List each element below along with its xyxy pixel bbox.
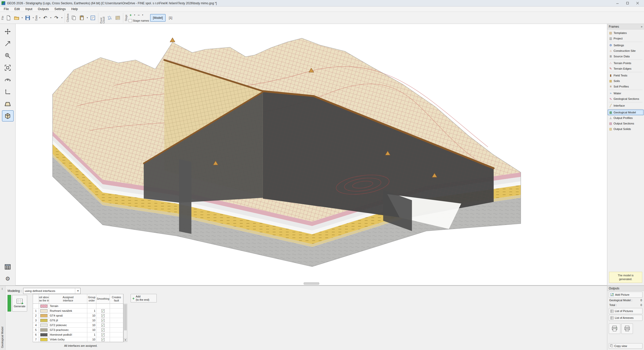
creates-fault-cell[interactable] <box>110 328 123 332</box>
perspective-view-icon[interactable] <box>2 98 14 109</box>
copy-button[interactable] <box>70 13 77 23</box>
list-of-pictures-button[interactable]: List of Pictures <box>609 308 642 314</box>
open-file-button[interactable] <box>13 13 20 23</box>
remove-stage-button[interactable]: − <box>136 13 141 18</box>
table-view-icon[interactable] <box>2 261 14 272</box>
list-of-annexes-button[interactable]: List of Annexes <box>609 315 642 321</box>
frame-item-field-tests[interactable]: Field Tests <box>608 73 643 78</box>
smoothing-checkbox[interactable] <box>101 319 105 322</box>
add-to-end-button[interactable]: + Add (to the end) <box>131 294 157 302</box>
smoothing-checkbox[interactable] <box>101 328 105 332</box>
model-toggle-button[interactable]: [Model] <box>150 14 166 22</box>
model-3d-view-icon[interactable] <box>2 110 14 121</box>
frame-item-geological-sections[interactable]: Geological Sections <box>608 96 643 102</box>
frame-item-templates[interactable]: Templates <box>608 30 643 36</box>
scrollbar-down-icon[interactable]: ▼ <box>124 338 127 342</box>
creates-fault-cell[interactable] <box>110 318 123 323</box>
move-tool-icon[interactable] <box>2 26 14 37</box>
paste-button[interactable] <box>78 13 86 23</box>
frame-item-output-profiles[interactable]: Output Profiles <box>608 115 643 121</box>
table-row[interactable]: 1 Rozhraní navážek 1 <box>33 309 123 313</box>
menu-settings[interactable]: Settings <box>52 7 68 11</box>
maximize-icon[interactable] <box>622 0 632 6</box>
table-row-terrain[interactable]: Terrain <box>33 304 123 309</box>
new-file-button[interactable] <box>5 13 12 23</box>
sections-pattern-button[interactable] <box>114 13 122 23</box>
undo-button[interactable]: ↶ <box>42 13 49 23</box>
table-row[interactable]: 3 GT6 jíl 10 <box>33 318 123 323</box>
smoothing-checkbox[interactable] <box>101 314 105 317</box>
table-row[interactable]: 4 GT2 pískovec 10 <box>33 323 123 328</box>
panel-resize-handle[interactable] <box>304 282 319 285</box>
add-stage-dropdown[interactable]: ▾ <box>133 13 136 18</box>
generate-button[interactable]: Generate <box>12 295 27 312</box>
table-scrollbar[interactable]: ▼ <box>124 304 127 342</box>
data-dropdown[interactable]: ▾ <box>38 13 41 23</box>
frame-item-interface[interactable]: Interface <box>608 103 643 108</box>
creates-fault-cell[interactable] <box>110 332 123 337</box>
frame-item-source-data[interactable]: Source Data <box>608 54 643 59</box>
table-row[interactable]: 6 Horninové podloží 1 <box>33 332 123 337</box>
3d-viewport[interactable] <box>16 24 607 285</box>
creates-fault-cell[interactable] <box>110 309 123 313</box>
data-group-label[interactable]: Data <box>35 12 38 23</box>
settings-gear-icon[interactable]: ⚙ <box>2 273 14 284</box>
creates-fault-cell[interactable] <box>110 323 123 328</box>
smoothing-checkbox[interactable] <box>101 338 105 341</box>
pan-tool-icon[interactable] <box>2 38 14 49</box>
frame-item-soils[interactable]: Soils <box>608 78 643 84</box>
output-profiles-icon <box>609 116 613 120</box>
rotate-view-icon[interactable] <box>2 74 14 85</box>
copy-view-button[interactable]: Copy view <box>609 343 642 349</box>
undo-dropdown[interactable]: ▾ <box>49 13 52 23</box>
scrollbar-thumb[interactable] <box>124 304 127 330</box>
frame-item-settings[interactable]: Settings <box>608 42 643 48</box>
print-annexes-button[interactable] <box>621 323 633 334</box>
frame-item-geological-model[interactable]: Geological Model <box>608 110 643 115</box>
collapse-panel-icon[interactable]: » <box>641 25 642 28</box>
zoom-tool-icon[interactable] <box>2 50 14 61</box>
smoothing-checkbox[interactable] <box>101 324 105 327</box>
frame-item-terrain-edges[interactable]: Terrain Edges <box>608 66 643 71</box>
frame-item-terrain-points[interactable]: Terrain Points <box>608 60 643 66</box>
menu-input[interactable]: Input <box>23 7 35 11</box>
save-button[interactable] <box>24 13 31 23</box>
smoothing-checkbox[interactable] <box>101 333 105 336</box>
remove-stage-dropdown[interactable]: ▾ <box>141 13 144 18</box>
frame-item-project[interactable]: Project <box>608 36 643 41</box>
smoothing-checkbox[interactable] <box>101 309 105 313</box>
frame-item-construction-site[interactable]: Construction Site <box>608 48 643 54</box>
print-pictures-button[interactable] <box>609 323 620 334</box>
modeling-dropdown[interactable]: using defined interfaces ▼ <box>23 288 80 294</box>
redo-button[interactable]: ↷ <box>53 13 60 23</box>
point-cloud-button[interactable] <box>106 13 113 23</box>
stage-1-button[interactable]: [1] <box>167 14 174 22</box>
creates-fault-cell[interactable] <box>110 337 123 342</box>
menu-outputs[interactable]: Outputs <box>35 7 52 11</box>
redo-dropdown[interactable]: ▾ <box>60 13 63 23</box>
menu-file[interactable]: File <box>1 7 12 11</box>
add-picture-button[interactable]: Add Picture <box>609 292 642 298</box>
add-stage-button[interactable]: + <box>128 13 133 18</box>
stage-names-toggle[interactable]: Stage names <box>128 18 149 23</box>
menu-help[interactable]: Help <box>68 7 80 11</box>
close-icon[interactable] <box>632 0 642 6</box>
zoom-extents-icon[interactable] <box>2 62 14 73</box>
frame-item-water[interactable]: Water <box>608 91 643 96</box>
save-dropdown[interactable]: ▾ <box>32 13 35 23</box>
frame-item-output-sections[interactable]: Output Sections <box>608 121 643 126</box>
group-order: 10 <box>87 323 96 328</box>
table-row[interactable]: 5 GT3 prachovec 10 <box>33 328 123 332</box>
menu-edit[interactable]: Edit <box>12 7 23 11</box>
axes-icon[interactable] <box>2 86 14 97</box>
creates-fault-cell[interactable] <box>110 313 123 318</box>
table-row[interactable]: 2 GT4 spraš 10 <box>33 313 123 318</box>
paste-dropdown[interactable]: ▾ <box>86 13 89 23</box>
minimize-icon[interactable] <box>612 0 622 6</box>
frame-tab-geological-model[interactable]: I Geological Model <box>0 286 6 350</box>
open-file-dropdown[interactable]: ▾ <box>21 13 24 23</box>
frame-item-soil-profiles[interactable]: Soil Profiles <box>608 84 643 89</box>
frame-item-output-solids[interactable]: Output Solids <box>608 126 643 132</box>
table-row[interactable]: 7 Vršek čočky 10 <box>33 337 123 342</box>
print-preview-button[interactable] <box>89 13 97 23</box>
